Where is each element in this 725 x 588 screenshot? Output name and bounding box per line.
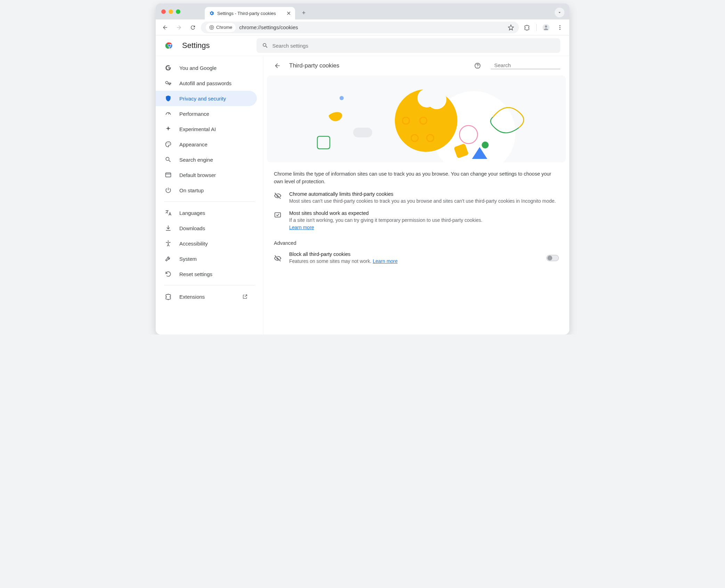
sidebar-item-label: Appearance (179, 142, 207, 147)
browser-toolbar: Chrome chrome://settings/cookies (156, 19, 569, 35)
sidebar-item-you-and-google[interactable]: You and Google (156, 60, 257, 75)
settings-sidebar: You and Google Autofill and passwords Pr… (156, 56, 263, 335)
sidebar-item-label: Downloads (179, 225, 205, 231)
help-icon (474, 62, 481, 69)
search-settings-input[interactable] (272, 43, 555, 49)
block-all-row: Block all third-party cookies Features o… (263, 247, 569, 272)
puzzle-icon (524, 24, 530, 31)
chrome-chip: Chrome (206, 23, 236, 32)
info-title: Chrome automatically limits third-party … (289, 191, 556, 197)
extensions-button[interactable] (521, 22, 533, 33)
sidebar-item-label: Experimental AI (179, 126, 216, 132)
settings-title: Settings (182, 41, 210, 50)
close-tab-button[interactable]: ✕ (286, 10, 291, 17)
svg-rect-19 (353, 128, 372, 137)
sidebar-item-privacy[interactable]: Privacy and security (156, 91, 257, 106)
accessibility-icon (165, 240, 172, 247)
avatar-icon (542, 24, 550, 31)
tab-strip: Settings - Third-party cookies ✕ + (156, 3, 569, 19)
translate-icon (165, 209, 172, 216)
page-back-button[interactable] (272, 61, 282, 71)
address-bar[interactable]: Chrome chrome://settings/cookies (201, 22, 519, 33)
speedometer-icon (165, 110, 172, 117)
palette-icon (165, 141, 172, 148)
profile-button[interactable] (540, 22, 552, 33)
reload-button[interactable] (187, 22, 199, 33)
sidebar-item-languages[interactable]: Languages (156, 205, 257, 220)
advanced-header: Advanced (263, 231, 569, 247)
sidebar-item-label: Performance (179, 111, 209, 117)
learn-more-link[interactable]: Learn more (289, 225, 314, 230)
back-button[interactable] (159, 22, 171, 33)
learn-more-link[interactable]: Learn more (373, 258, 398, 264)
arrow-right-icon (176, 24, 182, 31)
info-title: Most sites should work as expected (289, 210, 482, 216)
page-search-input[interactable] (494, 62, 560, 68)
svg-point-11 (168, 143, 169, 143)
help-button[interactable] (473, 61, 482, 71)
close-window-button[interactable] (161, 9, 166, 14)
info-should-work: Most sites should work as expected If a … (263, 205, 569, 231)
url-text: chrome://settings/cookies (239, 24, 504, 30)
open-in-new-icon (242, 294, 248, 299)
sidebar-item-default-browser[interactable]: Default browser (156, 167, 257, 183)
tab-search-button[interactable] (555, 8, 564, 17)
maximize-window-button[interactable] (176, 9, 180, 14)
star-icon[interactable] (508, 24, 514, 31)
svg-point-27 (482, 142, 489, 148)
browser-tab[interactable]: Settings - Third-party cookies ✕ (205, 7, 295, 19)
more-vert-icon (557, 24, 563, 31)
sidebar-item-extensions[interactable]: Extensions (156, 289, 257, 304)
sidebar-item-performance[interactable]: Performance (156, 106, 257, 121)
google-g-icon (165, 64, 172, 71)
svg-point-0 (210, 25, 214, 30)
svg-point-3 (545, 25, 547, 27)
svg-point-10 (167, 144, 168, 144)
info-auto-limit: Chrome automatically limits third-party … (263, 186, 569, 205)
sidebar-item-appearance[interactable]: Appearance (156, 137, 257, 152)
info-subtitle: If a site isn't working, you can try giv… (289, 217, 482, 223)
svg-point-12 (169, 144, 170, 144)
sidebar-item-label: Languages (179, 210, 205, 216)
eye-off-icon (274, 192, 282, 200)
minimize-window-button[interactable] (169, 9, 173, 14)
info-subtitle: Most sites can't use third-party cookies… (289, 198, 556, 205)
svg-point-16 (477, 67, 478, 67)
download-icon (165, 225, 172, 232)
sidebar-item-autofill[interactable]: Autofill and passwords (156, 75, 257, 91)
page-title: Third-party cookies (289, 62, 340, 69)
sidebar-item-reset[interactable]: Reset settings (156, 266, 257, 282)
sidebar-item-label: You and Google (179, 65, 217, 71)
reset-icon (165, 271, 172, 277)
block-title: Block all third-party cookies (289, 251, 398, 257)
sidebar-item-on-startup[interactable]: On startup (156, 183, 257, 198)
svg-point-4 (560, 25, 561, 26)
svg-point-1 (211, 26, 213, 28)
key-icon (165, 80, 172, 87)
chevron-down-icon (557, 10, 562, 15)
sidebar-item-accessibility[interactable]: Accessibility (156, 236, 257, 251)
sidebar-item-label: System (179, 256, 197, 262)
search-icon (262, 42, 268, 49)
sidebar-item-downloads[interactable]: Downloads (156, 220, 257, 236)
search-settings-field[interactable] (256, 38, 561, 53)
check-box-icon (274, 211, 282, 219)
settings-main: Third-party cookies (263, 56, 569, 335)
sidebar-item-label: Default browser (179, 172, 216, 178)
svg-point-17 (340, 96, 344, 100)
block-subtitle: Features on some sites may not work. (289, 258, 372, 264)
gear-icon (209, 10, 214, 16)
sidebar-item-system[interactable]: System (156, 251, 257, 266)
sidebar-item-label: Reset settings (179, 271, 212, 277)
new-tab-button[interactable]: + (299, 8, 309, 18)
sidebar-item-label: Accessibility (179, 241, 208, 247)
settings-header: Settings (156, 35, 569, 56)
menu-button[interactable] (554, 22, 566, 33)
tab-title: Settings - Third-party cookies (217, 11, 284, 16)
block-all-toggle[interactable] (546, 255, 559, 261)
sidebar-item-search-engine[interactable]: Search engine (156, 152, 257, 167)
forward-button[interactable] (173, 22, 185, 33)
sidebar-item-ai[interactable]: Experimental AI (156, 121, 257, 137)
page-search-field[interactable] (491, 62, 560, 69)
browser-window: Settings - Third-party cookies ✕ + Chrom… (156, 3, 569, 335)
